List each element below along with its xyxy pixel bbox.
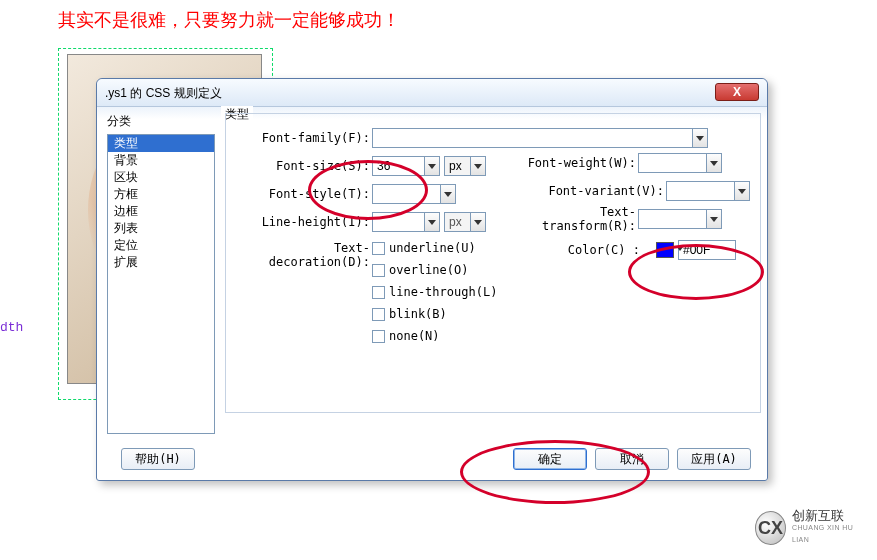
text-decoration-label: Text-decoration(D): bbox=[236, 239, 372, 269]
dialog-titlebar[interactable]: .ys1 的 CSS 规则定义 X bbox=[97, 79, 767, 107]
text-transform-input[interactable] bbox=[638, 209, 706, 229]
text-transform-label: Text-transform(R): bbox=[510, 205, 638, 233]
cancel-button[interactable]: 取消 bbox=[595, 448, 669, 470]
category-item-block[interactable]: 区块 bbox=[108, 169, 214, 186]
line-height-unit-input bbox=[444, 212, 470, 232]
category-item-extension[interactable]: 扩展 bbox=[108, 254, 214, 271]
none-label: none(N) bbox=[389, 329, 440, 343]
none-checkbox[interactable] bbox=[372, 330, 385, 343]
font-size-select[interactable] bbox=[372, 156, 440, 176]
logo-icon: CX bbox=[755, 511, 786, 545]
overline-label: overline(O) bbox=[389, 263, 468, 277]
dropdown-icon[interactable] bbox=[470, 156, 486, 176]
dropdown-icon[interactable] bbox=[706, 209, 722, 229]
line-through-checkbox[interactable] bbox=[372, 286, 385, 299]
category-list[interactable]: 类型 背景 区块 方框 边框 列表 定位 扩展 bbox=[107, 134, 215, 434]
font-size-unit-select[interactable] bbox=[444, 156, 486, 176]
line-height-input[interactable] bbox=[372, 212, 424, 232]
help-button[interactable]: 帮助(H) bbox=[121, 448, 195, 470]
css-rule-dialog: .ys1 的 CSS 规则定义 X 分类 类型 背景 区块 方框 边框 列表 定… bbox=[96, 78, 768, 481]
font-size-unit-input[interactable] bbox=[444, 156, 470, 176]
dropdown-icon[interactable] bbox=[470, 212, 486, 232]
dialog-title: .ys1 的 CSS 规则定义 bbox=[105, 86, 222, 100]
dropdown-icon[interactable] bbox=[706, 153, 722, 173]
category-item-type[interactable]: 类型 bbox=[108, 135, 214, 152]
font-family-label: Font-family(F): bbox=[236, 131, 372, 145]
color-label: Color(C) : bbox=[532, 243, 642, 257]
category-item-border[interactable]: 边框 bbox=[108, 203, 214, 220]
overline-checkbox[interactable] bbox=[372, 264, 385, 277]
line-height-select[interactable] bbox=[372, 212, 440, 232]
logo-text-en: CHUANG XIN HU LIAN bbox=[792, 522, 865, 546]
font-variant-select[interactable] bbox=[666, 181, 750, 201]
dropdown-icon[interactable] bbox=[692, 128, 708, 148]
dropdown-icon[interactable] bbox=[424, 156, 440, 176]
font-weight-input[interactable] bbox=[638, 153, 706, 173]
ok-button[interactable]: 确定 bbox=[513, 448, 587, 470]
page-hint-text: 其实不是很难，只要努力就一定能够成功！ bbox=[58, 8, 400, 32]
font-variant-label: Font-variant(V): bbox=[538, 184, 666, 198]
underline-label: underline(U) bbox=[389, 241, 476, 255]
category-heading: 分类 bbox=[107, 113, 215, 130]
logo-text-cn: 创新互联 bbox=[792, 510, 865, 522]
font-variant-input[interactable] bbox=[666, 181, 734, 201]
blink-checkbox[interactable] bbox=[372, 308, 385, 321]
line-height-unit-select[interactable] bbox=[444, 212, 486, 232]
category-item-position[interactable]: 定位 bbox=[108, 237, 214, 254]
font-weight-label: Font-weight(W): bbox=[510, 156, 638, 170]
apply-button[interactable]: 应用(A) bbox=[677, 448, 751, 470]
dropdown-icon[interactable] bbox=[440, 184, 456, 204]
color-swatch[interactable] bbox=[656, 242, 674, 258]
font-style-input[interactable] bbox=[372, 184, 440, 204]
font-weight-select[interactable] bbox=[638, 153, 722, 173]
close-button[interactable]: X bbox=[715, 83, 759, 101]
underline-checkbox[interactable] bbox=[372, 242, 385, 255]
dropdown-icon[interactable] bbox=[424, 212, 440, 232]
font-family-select[interactable] bbox=[372, 128, 708, 148]
font-style-label: Font-style(T): bbox=[236, 187, 372, 201]
text-transform-select[interactable] bbox=[638, 209, 722, 229]
font-style-select[interactable] bbox=[372, 184, 456, 204]
category-item-list[interactable]: 列表 bbox=[108, 220, 214, 237]
dialog-footer: 帮助(H) 确定 取消 应用(A) bbox=[97, 438, 767, 480]
font-size-label: Font-size(S): bbox=[236, 159, 372, 173]
line-through-label: line-through(L) bbox=[389, 285, 497, 299]
brand-logo: CX 创新互联 CHUANG XIN HU LIAN bbox=[755, 508, 865, 548]
stray-label: dth bbox=[0, 320, 23, 335]
type-panel: Font-family(F): Font-size(S): bbox=[225, 113, 761, 413]
color-input[interactable] bbox=[678, 240, 736, 260]
font-family-input[interactable] bbox=[372, 128, 692, 148]
blink-label: blink(B) bbox=[389, 307, 447, 321]
line-height-label: Line-height(I): bbox=[236, 215, 372, 229]
dropdown-icon[interactable] bbox=[734, 181, 750, 201]
font-size-input[interactable] bbox=[372, 156, 424, 176]
category-item-box[interactable]: 方框 bbox=[108, 186, 214, 203]
category-item-background[interactable]: 背景 bbox=[108, 152, 214, 169]
